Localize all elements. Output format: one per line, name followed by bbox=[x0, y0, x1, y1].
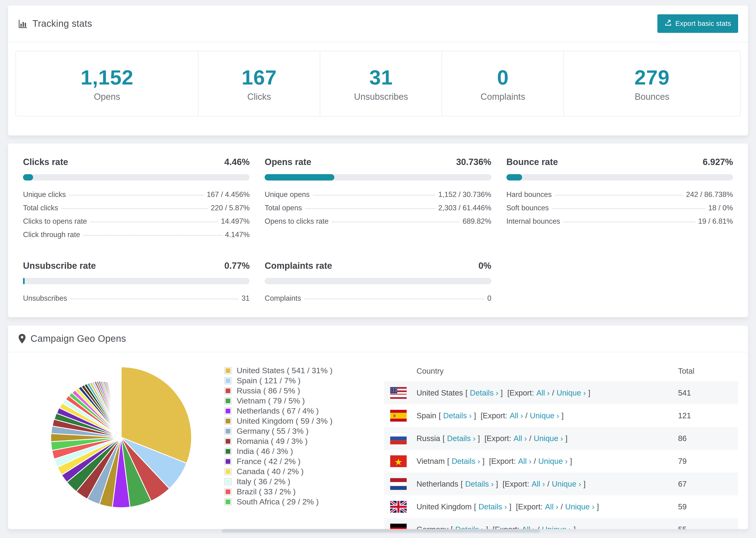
export-all-link[interactable]: All › bbox=[531, 480, 545, 488]
dotted-leader bbox=[564, 222, 695, 222]
export-all-link[interactable]: All › bbox=[518, 457, 531, 466]
legend-swatch bbox=[225, 468, 232, 475]
detail-label: Total opens bbox=[265, 204, 302, 212]
stat-label: Complaints bbox=[481, 92, 525, 102]
detail-label: Click through rate bbox=[23, 231, 80, 239]
details-link[interactable]: Details › bbox=[443, 411, 472, 420]
legend-label: United Kingdom ( 59 / 3% ) bbox=[237, 416, 333, 426]
detail-label: Hard bounces bbox=[507, 190, 552, 199]
rate-card-unsubscribe-rate: Unsubscribe rate 0.77% Unsubscribes 31 bbox=[23, 261, 249, 307]
rate-card-complaints-rate: Complaints rate 0% Complaints 0 bbox=[265, 261, 491, 307]
export-basic-stats-button[interactable]: Export basic stats bbox=[657, 14, 738, 33]
details-link[interactable]: Details › bbox=[455, 525, 484, 529]
dotted-leader bbox=[305, 208, 435, 209]
details-link[interactable]: Details › bbox=[452, 457, 480, 466]
details-link[interactable]: Details › bbox=[478, 502, 507, 511]
export-unique-link[interactable]: Unique › bbox=[565, 502, 594, 511]
progress-bar-fill bbox=[23, 174, 33, 181]
export-all-link[interactable]: All › bbox=[522, 525, 535, 529]
progress-bar-fill bbox=[265, 174, 334, 181]
country-total: 86 bbox=[678, 434, 732, 443]
export-all-link[interactable]: All › bbox=[545, 502, 558, 511]
export-all-link[interactable]: All › bbox=[513, 434, 527, 443]
legend-item-france: France ( 42 / 2% ) bbox=[225, 456, 384, 466]
country-name: Vietnam bbox=[416, 457, 445, 466]
detail-value: 1,152 / 30.736% bbox=[438, 190, 491, 199]
country-name: Russia bbox=[416, 434, 440, 443]
geo-table-row-nl: Netherlands [Details ›] [Export: All › /… bbox=[384, 472, 738, 495]
legend-swatch bbox=[225, 488, 232, 495]
export-unique-link[interactable]: Unique › bbox=[542, 525, 571, 529]
export-all-link[interactable]: All › bbox=[536, 389, 550, 398]
legend-swatch bbox=[225, 367, 232, 374]
legend-label: France ( 42 / 2% ) bbox=[237, 457, 300, 466]
rate-title: Clicks rate bbox=[23, 157, 68, 167]
progress-bar-fill bbox=[23, 278, 25, 284]
detail-label: Unsubscribes bbox=[23, 294, 67, 302]
header-divider bbox=[9, 42, 747, 42]
us-flag-icon bbox=[390, 387, 416, 399]
detail-label: Total clicks bbox=[23, 204, 58, 212]
geo-opens-card: Campaign Geo Opens United States ( 541 /… bbox=[8, 325, 748, 529]
detail-value: 14.497% bbox=[221, 217, 249, 226]
geo-content: United States ( 541 / 31% )Spain ( 121 /… bbox=[8, 352, 748, 529]
detail-value: 167 / 4.456% bbox=[207, 190, 250, 199]
detail-value: 18 / 0% bbox=[708, 204, 733, 212]
summary-stats-box: 1,152Opens167Clicks31Unsubscribes0Compla… bbox=[16, 51, 740, 116]
legend-item-canada: Canada ( 40 / 2% ) bbox=[225, 466, 384, 476]
country-name: Germany bbox=[416, 525, 449, 529]
stat-cell-clicks: 167Clicks bbox=[198, 51, 320, 116]
detail-value: 689.82% bbox=[462, 217, 491, 226]
legend-swatch bbox=[225, 458, 232, 465]
legend-label: South Africa ( 29 / 2% ) bbox=[237, 497, 319, 506]
rate-value: 4.46% bbox=[225, 157, 250, 167]
nl-flag-icon bbox=[390, 478, 416, 490]
country-name: Spain bbox=[416, 411, 436, 420]
legend-swatch bbox=[225, 398, 232, 404]
rate-title: Complaints rate bbox=[265, 261, 332, 271]
detail-label: Complaints bbox=[265, 294, 301, 302]
column-total: Total bbox=[678, 367, 732, 376]
stat-label: Bounces bbox=[635, 92, 669, 102]
details-link[interactable]: Details › bbox=[447, 434, 475, 443]
export-unique-link[interactable]: Unique › bbox=[530, 411, 559, 420]
tracking-stats-card: Tracking stats Export basic stats 1,152O… bbox=[8, 5, 748, 136]
legend-label: India ( 46 / 3% ) bbox=[237, 447, 293, 456]
legend-item-spain: Spain ( 121 / 7% ) bbox=[225, 376, 384, 386]
rate-detail-row: Complaints 0 bbox=[265, 294, 491, 307]
stat-label: Clicks bbox=[247, 92, 271, 102]
legend-swatch bbox=[225, 448, 232, 455]
legend-label: Germany ( 55 / 3% ) bbox=[237, 426, 308, 436]
export-unique-link[interactable]: Unique › bbox=[552, 480, 581, 488]
detail-value: 220 / 5.87% bbox=[211, 204, 249, 212]
export-unique-link[interactable]: Unique › bbox=[534, 434, 563, 443]
rate-card-clicks-rate: Clicks rate 4.46% Unique clicks 167 / 4.… bbox=[23, 157, 249, 244]
geo-opens-pie-chart bbox=[46, 362, 196, 512]
detail-label: Opens to clicks rate bbox=[265, 217, 328, 226]
detail-label: Clicks to opens rate bbox=[23, 217, 87, 226]
export-unique-link[interactable]: Unique › bbox=[538, 457, 568, 466]
horizontal-scrollbar-thumb[interactable] bbox=[222, 529, 540, 533]
rate-value: 30.736% bbox=[456, 157, 491, 167]
export-unique-link[interactable]: Unique › bbox=[557, 389, 586, 398]
stat-value: 279 bbox=[634, 66, 670, 89]
ru-flag-icon bbox=[390, 433, 416, 444]
rate-value: 0.77% bbox=[225, 261, 250, 271]
stat-cell-complaints: 0Complaints bbox=[442, 51, 564, 116]
geo-table-header: Country Total bbox=[384, 361, 738, 381]
rate-detail-row: Opens to clicks rate 689.82% bbox=[265, 217, 491, 231]
tracking-stats-header: Tracking stats Export basic stats bbox=[8, 5, 748, 42]
details-link[interactable]: Details › bbox=[470, 389, 498, 398]
geo-pie-wrap bbox=[18, 358, 225, 529]
detail-value: 19 / 6.81% bbox=[698, 217, 733, 226]
country-total: 541 bbox=[678, 389, 732, 398]
legend-label: Netherlands ( 67 / 4% ) bbox=[237, 406, 319, 415]
geo-table-row-ru: Russia [Details ›] [Export: All › / Uniq… bbox=[384, 427, 738, 450]
country-name: Netherlands bbox=[416, 480, 458, 488]
export-all-link[interactable]: All › bbox=[510, 411, 523, 420]
rate-card-opens-rate: Opens rate 30.736% Unique opens 1,152 / … bbox=[265, 157, 491, 244]
country-total: 55 bbox=[678, 525, 732, 529]
details-link[interactable]: Details › bbox=[465, 480, 494, 488]
stat-cell-unsubscribes: 31Unsubscribes bbox=[320, 51, 442, 116]
legend-label: Vietnam ( 79 / 5% ) bbox=[237, 396, 305, 405]
